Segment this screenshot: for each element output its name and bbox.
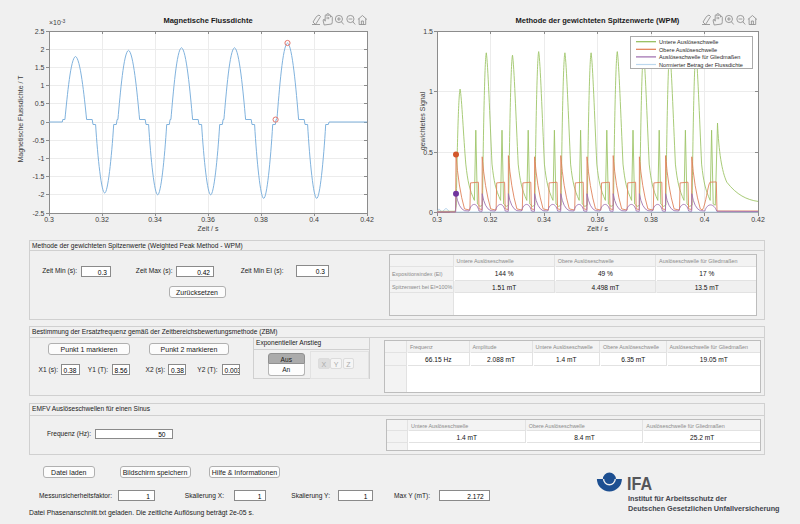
svg-text:2: 2 [41,46,45,53]
svg-text:0.32: 0.32 [95,216,109,223]
svg-text:0.3: 0.3 [44,216,54,223]
svg-text:0.4: 0.4 [309,216,319,223]
svg-text:-1: -1 [38,155,44,162]
svg-text:0.38: 0.38 [254,216,268,223]
svg-text:×10-3: ×10-3 [49,18,66,26]
svg-text:Methode der gewichteten Spitze: Methode der gewichteten Spitzenwerte (WP… [516,16,680,25]
svg-text:0.5: 0.5 [35,100,45,107]
svg-text:Zeit / s: Zeit / s [197,225,219,232]
svg-text:0: 0 [41,119,45,126]
svg-text:-1.5: -1.5 [32,173,44,180]
svg-text:0.32: 0.32 [484,216,498,223]
svg-text:Obere Auslöseschwelle: Obere Auslöseschwelle [659,47,717,53]
svg-text:Magnetische Flussdichte: Magnetische Flussdichte [163,16,252,25]
svg-text:0.42: 0.42 [751,216,765,223]
svg-text:Untere Auslöseschwelle: Untere Auslöseschwelle [659,39,718,45]
svg-text:Auslöseschwelle für Gliedmaßen: Auslöseschwelle für Gliedmaßen [659,54,740,60]
svg-text:Zeit / s: Zeit / s [587,225,609,232]
svg-text:gewichtetes Signal: gewichtetes Signal [419,91,427,150]
svg-text:0.42: 0.42 [360,216,374,223]
svg-text:-2: -2 [38,191,44,198]
svg-text:0: 0 [429,209,433,216]
svg-text:0.36: 0.36 [201,216,215,223]
svg-text:1.5: 1.5 [423,28,433,35]
svg-text:0.34: 0.34 [148,216,162,223]
svg-text:2.5: 2.5 [35,28,45,35]
svg-text:1: 1 [41,82,45,89]
svg-text:0.38: 0.38 [644,216,658,223]
svg-text:0.36: 0.36 [591,216,605,223]
svg-text:0.34: 0.34 [537,216,551,223]
svg-text:1.5: 1.5 [35,64,45,71]
svg-text:0.4: 0.4 [700,216,710,223]
svg-text:Magnetische Flussdichte / T: Magnetische Flussdichte / T [17,75,25,163]
svg-text:Normierter Betrag der Flussdic: Normierter Betrag der Flussdichte [659,62,743,68]
svg-text:-0.5: -0.5 [32,137,44,144]
svg-text:-2.5: -2.5 [32,210,44,217]
svg-text:1: 1 [429,88,433,95]
svg-text:0.3: 0.3 [432,216,442,223]
